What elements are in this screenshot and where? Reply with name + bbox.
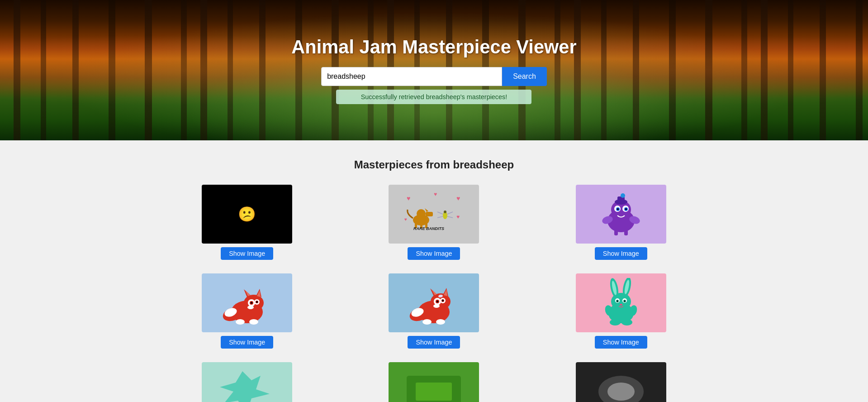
svg-point-46 [251, 302, 252, 304]
svg-point-90 [607, 383, 635, 401]
svg-line-13 [437, 212, 443, 214]
card-image-1: 😕 [202, 185, 292, 244]
partial-illustration-9 [585, 367, 657, 402]
show-image-button-6[interactable]: Show Image [595, 336, 647, 349]
svg-line-14 [437, 216, 443, 218]
search-container: Search Successfully retrieved breadsheep… [321, 67, 547, 104]
search-button[interactable]: Search [502, 67, 547, 86]
card-image-9 [576, 362, 666, 402]
fox-blue-illustration [211, 278, 283, 328]
section-title: Masterpieces from breadsheep [172, 158, 697, 171]
svg-text:♥: ♥ [456, 195, 460, 202]
svg-point-64 [442, 300, 444, 302]
masterpiece-card-2: ♥ ♥ ♥ ♥ ♥ [389, 185, 479, 260]
svg-marker-86 [220, 371, 270, 402]
card-image-6 [576, 273, 666, 332]
show-image-button-5[interactable]: Show Image [408, 336, 460, 349]
masterpiece-card-7: Show Image [202, 362, 292, 402]
card-image-7 [202, 362, 292, 402]
purple-creature-illustration [585, 189, 657, 239]
svg-point-49 [236, 319, 245, 325]
masterpieces-grid: 😕 Show Image ♥ ♥ ♥ ♥ ♥ [172, 185, 697, 402]
svg-line-16 [447, 216, 453, 218]
show-image-button-4[interactable]: Show Image [221, 336, 273, 349]
svg-rect-33 [624, 230, 628, 235]
svg-point-29 [621, 193, 625, 198]
partial-illustration-7 [211, 367, 283, 402]
search-input[interactable] [321, 67, 502, 86]
svg-point-25 [617, 208, 619, 210]
masterpiece-card-1: 😕 Show Image [202, 185, 292, 260]
svg-point-85 [621, 319, 632, 325]
svg-point-9 [417, 209, 426, 218]
svg-point-81 [620, 304, 622, 306]
svg-point-65 [433, 304, 440, 308]
hero-section: Animal Jam Masterpiece Viewer Search Suc… [0, 0, 868, 140]
svg-rect-88 [416, 383, 452, 401]
masterpiece-card-3: Show Image [576, 185, 666, 260]
svg-point-84 [610, 319, 621, 325]
card-image-4 [202, 273, 292, 332]
svg-point-48 [247, 306, 254, 309]
bunny-teal-illustration [592, 278, 650, 328]
svg-point-17 [444, 211, 446, 213]
fox-lightblue-illustration [398, 278, 470, 328]
card-image-2: ♥ ♥ ♥ ♥ ♥ [389, 185, 479, 244]
page-title: Animal Jam Masterpiece Viewer [291, 36, 576, 58]
svg-text:♥: ♥ [407, 195, 410, 202]
card-image-5 [389, 273, 479, 332]
svg-text:RARE BANDITS: RARE BANDITS [413, 226, 444, 231]
svg-point-26 [625, 208, 627, 210]
main-content: Masterpieces from breadsheep 😕 Show Imag… [163, 140, 706, 402]
card-image-3 [576, 185, 666, 244]
svg-text:♥: ♥ [404, 217, 407, 222]
svg-point-47 [256, 301, 258, 303]
show-image-button-3[interactable]: Show Image [595, 247, 647, 260]
show-image-button-1[interactable]: Show Image [221, 247, 273, 260]
svg-point-67 [436, 319, 445, 325]
svg-text:♥: ♥ [434, 191, 437, 197]
masterpiece-card-8: Show Image [389, 362, 479, 402]
svg-point-63 [436, 301, 438, 302]
svg-point-80 [624, 301, 625, 302]
masterpiece-card-6: Show Image [576, 273, 666, 349]
svg-point-79 [617, 301, 618, 302]
svg-point-66 [422, 319, 432, 325]
masterpiece-card-9 [576, 362, 666, 402]
svg-rect-10 [426, 212, 433, 216]
broken-image-icon: 😕 [238, 206, 256, 223]
card-image-8 [389, 362, 479, 402]
search-row: Search [321, 67, 547, 86]
svg-line-15 [447, 212, 453, 214]
success-message: Successfully retrieved breadsheep's mast… [336, 90, 531, 104]
svg-point-50 [249, 319, 258, 325]
show-image-button-2[interactable]: Show Image [408, 247, 460, 260]
partial-illustration-8 [398, 367, 470, 402]
svg-marker-11 [425, 208, 428, 212]
svg-rect-32 [614, 230, 618, 235]
masterpiece-card-4: Show Image [202, 273, 292, 349]
rare-bandits-illustration: ♥ ♥ ♥ ♥ ♥ [398, 189, 470, 239]
masterpiece-card-5: Show Image [389, 273, 479, 349]
svg-text:♥: ♥ [456, 214, 460, 220]
